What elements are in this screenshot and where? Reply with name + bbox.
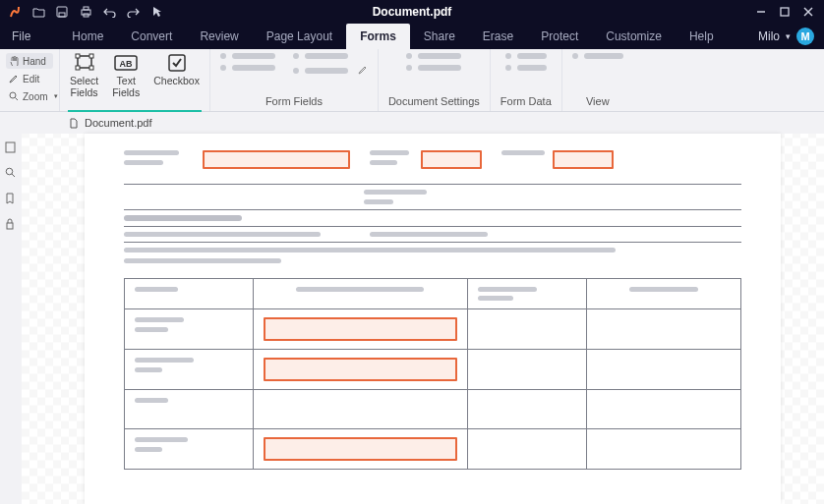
close-icon[interactable] [802, 6, 814, 18]
text-field[interactable] [203, 150, 350, 169]
search-icon[interactable] [5, 167, 17, 179]
window-title: Document.pdf [373, 5, 452, 19]
svg-rect-19 [6, 142, 15, 152]
tab-home[interactable]: Home [58, 24, 117, 49]
ribbon-group-form-data: Form Data [490, 49, 561, 111]
tab-help[interactable]: Help [676, 24, 728, 49]
svg-line-10 [16, 98, 19, 101]
print-icon[interactable] [79, 5, 92, 19]
tool-zoom-label: Zoom [23, 91, 48, 102]
svg-rect-12 [76, 54, 80, 58]
page-icon[interactable] [5, 141, 17, 153]
ribbon-group-field-tools: Select Fields AB Text Fields Checkbox [59, 49, 209, 111]
tab-page-layout[interactable]: Page Layout [253, 24, 346, 49]
text-field[interactable] [421, 150, 482, 169]
folder-open-icon[interactable] [31, 5, 45, 19]
page [85, 134, 781, 504]
text-field[interactable] [264, 358, 457, 381]
app-icon [8, 5, 22, 19]
fd-option-1[interactable] [505, 53, 547, 71]
ribbon-group-view: View [561, 49, 633, 111]
maximize-icon[interactable] [779, 6, 791, 18]
ribbon-group-view-label: View [586, 95, 610, 109]
ribbon: Hand Edit Zoom ▾ Select Fields AB [0, 49, 824, 112]
text-field[interactable] [553, 150, 614, 169]
svg-point-20 [6, 168, 13, 175]
btn-select-fields-label: Select Fields [70, 76, 98, 98]
menu-file[interactable]: File [0, 24, 42, 49]
user-menu[interactable]: Milo ▾ M [758, 28, 824, 45]
view-option-1[interactable] [572, 53, 623, 59]
minimize-icon[interactable] [755, 6, 767, 18]
btn-select-fields[interactable]: Select Fields [70, 53, 98, 98]
svg-rect-6 [781, 8, 789, 16]
form-table [124, 278, 741, 470]
lock-icon[interactable] [5, 218, 17, 230]
save-icon[interactable] [55, 5, 69, 19]
tab-forms[interactable]: Forms [346, 24, 410, 49]
svg-rect-14 [76, 66, 80, 70]
menu-tabs: Home Convert Review Page Layout Forms Sh… [58, 24, 727, 49]
chevron-down-icon: ▾ [54, 92, 58, 100]
svg-rect-1 [59, 13, 65, 17]
svg-text:AB: AB [120, 59, 133, 69]
ff-option-2[interactable] [293, 53, 368, 78]
ribbon-group-form-fields: Form Fields [209, 49, 378, 111]
btn-text-fields[interactable]: AB Text Fields [112, 53, 140, 98]
undo-icon[interactable] [102, 5, 116, 19]
tool-hand[interactable]: Hand [6, 53, 53, 69]
text-field[interactable] [264, 317, 457, 341]
btn-checkbox[interactable]: Checkbox [153, 53, 200, 87]
ribbon-group-doc-settings: Document Settings [378, 49, 490, 111]
tab-customize[interactable]: Customize [592, 24, 676, 49]
ds-option-1[interactable] [406, 53, 461, 71]
tool-hand-label: Hand [23, 56, 46, 67]
bookmark-icon[interactable] [5, 193, 17, 204]
ab-box-icon: AB [114, 53, 138, 73]
text-field[interactable] [264, 437, 457, 461]
menubar: File Home Convert Review Page Layout For… [0, 24, 824, 49]
tab-protect[interactable]: Protect [527, 24, 592, 49]
edit-icon [9, 74, 19, 84]
crop-icon [73, 53, 96, 73]
btn-text-fields-label: Text Fields [112, 76, 140, 98]
magnifier-icon [9, 91, 19, 101]
file-icon [69, 118, 80, 129]
workspace [0, 134, 824, 504]
canvas[interactable] [22, 134, 824, 504]
tab-convert[interactable]: Convert [117, 24, 186, 49]
chevron-down-icon: ▾ [786, 31, 791, 41]
tab-erase[interactable]: Erase [469, 24, 527, 49]
svg-rect-13 [89, 54, 93, 58]
user-name: Milo [758, 29, 780, 43]
titlebar: Document.pdf [0, 0, 824, 24]
checkbox-icon [165, 53, 189, 73]
svg-point-9 [10, 92, 16, 98]
svg-rect-15 [89, 66, 93, 70]
left-rail [0, 134, 22, 504]
document-tab-label: Document.pdf [85, 117, 151, 129]
left-tool-column: Hand Edit Zoom ▾ [0, 49, 59, 111]
redo-icon[interactable] [126, 5, 140, 19]
svg-rect-22 [7, 223, 13, 229]
tool-edit[interactable]: Edit [6, 71, 53, 86]
btn-checkbox-label: Checkbox [153, 76, 200, 87]
ribbon-group-form-data-label: Form Data [500, 95, 552, 109]
tab-share[interactable]: Share [410, 24, 469, 49]
tool-edit-label: Edit [23, 74, 39, 84]
avatar: M [796, 28, 814, 45]
document-tab-strip: Document.pdf [0, 112, 824, 134]
pencil-icon [358, 65, 368, 78]
pointer-icon[interactable] [149, 5, 163, 19]
svg-rect-3 [84, 7, 88, 10]
document-tab[interactable]: Document.pdf [69, 117, 151, 129]
ribbon-group-form-fields-label: Form Fields [265, 95, 323, 109]
svg-line-21 [12, 174, 15, 177]
hand-icon [9, 56, 19, 66]
tab-review[interactable]: Review [186, 24, 252, 49]
ribbon-group-doc-settings-label: Document Settings [388, 95, 480, 109]
tool-zoom[interactable]: Zoom ▾ [6, 88, 53, 104]
ff-option-1[interactable] [220, 53, 275, 71]
